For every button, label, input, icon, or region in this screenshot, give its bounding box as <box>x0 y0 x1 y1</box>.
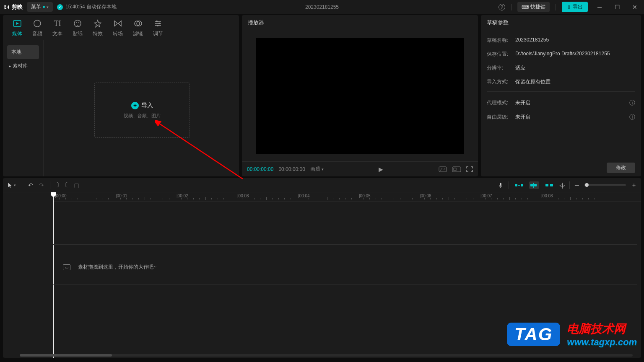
ruler-label: |00:04 <box>298 194 310 198</box>
zoom-thumb[interactable] <box>585 183 589 187</box>
snap-toggle-1[interactable] <box>514 181 524 189</box>
media-tab-2[interactable]: TI文本 <box>52 18 62 40</box>
cursor-tool[interactable]: ▾ <box>7 182 16 188</box>
media-tab-5[interactable]: 转场 <box>113 18 123 40</box>
snap-toggle-3[interactable] <box>544 181 554 189</box>
tab-icon <box>13 18 22 28</box>
watermark-tag: TAG <box>507 323 561 346</box>
ruler-tick <box>327 197 327 200</box>
info-icon[interactable]: ⓘ <box>629 114 635 121</box>
track-line <box>53 284 637 285</box>
chevron-right-icon: ▸ <box>9 64 11 68</box>
split-button[interactable]: 〕〔 <box>56 181 68 189</box>
prop-label: 草稿名称: <box>487 37 515 44</box>
undo-button[interactable]: ↶ <box>28 182 33 189</box>
import-main: + 导入 <box>131 102 153 109</box>
menu-label: 菜单 <box>31 3 41 10</box>
mic-button[interactable] <box>498 182 504 189</box>
scrollbar-thumb[interactable] <box>20 354 112 357</box>
svg-rect-21 <box>550 184 553 186</box>
ruler-tick <box>582 198 583 199</box>
info-icon[interactable]: ⓘ <box>629 99 635 107</box>
player-controls: 00:00:00:00 00:00:00:00 画质▾ ▶ <box>242 161 478 176</box>
preview-cut-button[interactable]: ◃|▹ <box>559 182 564 189</box>
ruler-tick <box>485 198 486 199</box>
media-tab-1[interactable]: 音频 <box>32 18 42 40</box>
maximize-button[interactable]: ☐ <box>611 3 623 11</box>
timeline-hint: ▭ 素材拖拽到这里，开始你的大作吧~ <box>63 264 156 271</box>
ruler-tick <box>248 198 248 199</box>
player-panel: 播放器 00:00:00:00 00:00:00:00 画质▾ ▶ <box>242 15 478 176</box>
export-label: 导出 <box>573 3 583 10</box>
menu-dot <box>43 6 45 8</box>
chevron-down-icon: ▾ <box>47 5 49 9</box>
zoom-out-button[interactable]: ─ <box>575 182 579 189</box>
fullscreen-icon[interactable] <box>466 166 473 172</box>
ruler-label: |00:06 <box>420 194 431 198</box>
ruler-tick <box>364 198 364 199</box>
minimize-button[interactable]: ─ <box>594 3 605 11</box>
ruler-tick <box>84 197 84 200</box>
svg-rect-14 <box>515 184 517 186</box>
play-button[interactable]: ▶ <box>379 166 383 173</box>
compare-icon[interactable] <box>439 166 447 172</box>
ruler-tick <box>430 198 431 199</box>
check-icon: ✓ <box>57 4 63 10</box>
ruler-tick <box>102 198 102 199</box>
ruler-tick <box>303 198 303 199</box>
ruler-tick <box>534 198 534 199</box>
tab-label: 文本 <box>52 30 62 37</box>
help-icon[interactable]: ? <box>499 4 505 10</box>
sidebar-item-library[interactable]: ▸素材库 <box>3 59 43 73</box>
ruler-tick <box>218 198 218 199</box>
media-tab-0[interactable]: 媒体 <box>12 18 22 40</box>
project-title: 202302181255 <box>305 4 339 10</box>
import-subtext: 视频、音频、图片 <box>124 113 161 119</box>
timeline-ruler[interactable]: |00:00|00:01|00:02|00:03|00:04|00:05|00:… <box>53 192 641 202</box>
ruler-tick <box>424 198 425 199</box>
sidebar-label: 本地 <box>11 49 21 56</box>
media-tab-6[interactable]: 滤镜 <box>133 18 143 40</box>
export-button[interactable]: ⇧ 导出 <box>562 2 588 12</box>
import-dropzone[interactable]: + 导入 视频、音频、图片 <box>94 83 190 138</box>
quality-label: 画质 <box>310 165 320 173</box>
ratio-icon[interactable] <box>452 166 461 172</box>
svg-point-2 <box>74 20 81 27</box>
ruler-tick <box>576 198 576 199</box>
app-name: 剪映 <box>12 3 23 11</box>
media-tab-4[interactable]: 特效 <box>93 18 103 40</box>
tab-label: 贴纸 <box>73 30 83 37</box>
ruler-tick <box>588 198 589 199</box>
snap-toggle-2[interactable] <box>529 181 539 189</box>
ruler-tick <box>552 198 552 199</box>
quality-dropdown[interactable]: 画质▾ <box>310 165 324 173</box>
zoom-slider[interactable] <box>584 184 626 186</box>
ruler-tick <box>369 198 370 199</box>
hint-text: 素材拖拽到这里，开始你的大作吧~ <box>78 264 156 271</box>
ruler-tick <box>145 197 145 200</box>
delete-button[interactable]: ▢ <box>74 182 79 189</box>
ruler-tick <box>394 198 394 199</box>
sidebar-item-local[interactable]: 本地 <box>7 45 39 59</box>
ruler-tick <box>72 198 72 199</box>
modify-button[interactable]: 修改 <box>607 163 635 173</box>
prop-label: 导入方式: <box>487 78 515 85</box>
ruler-tick <box>351 198 352 199</box>
track-line <box>53 244 637 245</box>
shortcut-button[interactable]: ⌨ 快捷键 <box>517 2 550 12</box>
timeline-scrollbar[interactable] <box>20 354 633 357</box>
menu-button[interactable]: 菜单 ▾ <box>27 2 53 12</box>
ruler-tick <box>169 198 169 199</box>
redo-button[interactable]: ↷ <box>39 182 44 189</box>
tab-label: 特效 <box>93 30 103 37</box>
ruler-tick <box>558 198 558 199</box>
media-tab-7[interactable]: 调节 <box>153 18 163 40</box>
media-panel: 媒体音频TI文本贴纸特效转场滤镜调节 本地 ▸素材库 + 导入 视频、音频、图片 <box>3 15 239 176</box>
close-button[interactable]: ✕ <box>629 3 641 11</box>
video-canvas[interactable] <box>256 38 464 154</box>
ruler-label: |00:05 <box>359 194 371 198</box>
ruler-label: |00:02 <box>177 194 188 198</box>
zoom-in-button[interactable]: ＋ <box>631 181 637 189</box>
ruler-tick <box>406 198 406 199</box>
media-tab-3[interactable]: 贴纸 <box>73 18 83 40</box>
